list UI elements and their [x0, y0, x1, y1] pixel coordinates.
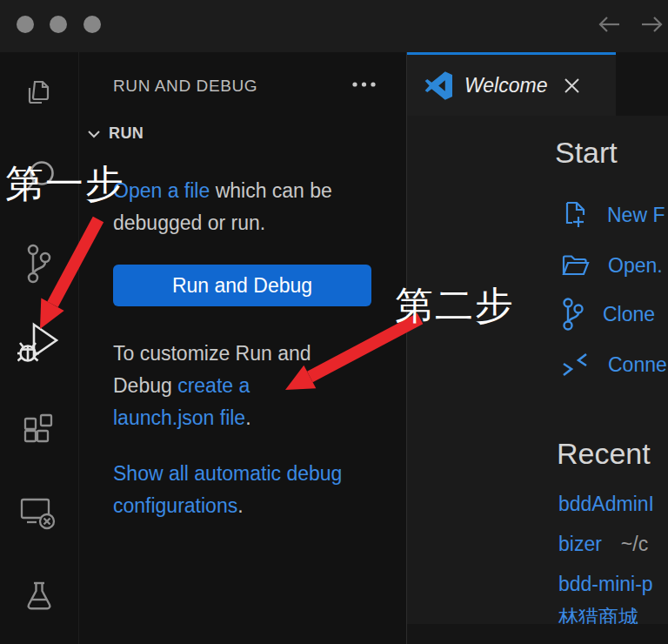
annotation-step1: 第一步: [5, 158, 125, 210]
recent-item[interactable]: bizer ~/c: [558, 533, 648, 556]
recent-item-name[interactable]: bddAdminI: [558, 493, 654, 516]
new-file-icon: [560, 200, 589, 230]
start-item-new-file[interactable]: New F: [560, 199, 665, 231]
run-and-debug-icon[interactable]: [17, 319, 61, 366]
start-item-open[interactable]: Open.: [560, 250, 663, 281]
recent-item-name[interactable]: bdd-mini-p: [558, 573, 653, 596]
start-item-connect[interactable]: Conne: [560, 349, 667, 380]
close-icon[interactable]: [563, 77, 581, 95]
editor-area: Welcome Start New F Open.: [406, 52, 668, 644]
tab-title: Welcome: [464, 74, 547, 97]
start-item-label: Conne: [608, 353, 667, 377]
title-bar: [0, 0, 668, 52]
activity-bar: [0, 52, 79, 644]
traffic-light-close[interactable]: [17, 16, 34, 33]
recent-item-name[interactable]: bizer: [558, 533, 602, 556]
forward-arrow-icon[interactable]: [638, 13, 665, 36]
tab-welcome[interactable]: Welcome: [407, 52, 616, 116]
recent-item[interactable]: bddAdminI: [558, 493, 668, 516]
testing-icon[interactable]: [23, 580, 56, 614]
source-control-icon[interactable]: [23, 242, 53, 285]
editor-bottom-strip: [407, 624, 668, 644]
remote-connect-icon: [560, 352, 590, 378]
open-a-file-link[interactable]: Open a file: [113, 179, 210, 202]
run-section-label: RUN: [109, 124, 144, 143]
start-heading: Start: [555, 136, 618, 170]
more-actions-icon[interactable]: [351, 80, 377, 89]
traffic-light-zoom[interactable]: [84, 16, 101, 33]
traffic-light-minimize[interactable]: [50, 16, 67, 33]
vscode-logo-icon: [424, 71, 453, 100]
remote-explorer-icon[interactable]: [20, 496, 57, 531]
start-item-label: Clone: [603, 303, 655, 326]
recent-item-path: ~/c: [621, 533, 648, 556]
show-configs-hint: Show all automatic debug configurations.: [113, 458, 350, 522]
panel-title: RUN AND DEBUG: [113, 77, 257, 96]
customize-hint: To customize Run and Debug create a laun…: [113, 338, 350, 434]
clone-repo-icon: [560, 297, 584, 332]
explorer-icon[interactable]: [22, 77, 55, 110]
run-and-debug-panel: RUN AND DEBUG RUN Open a file which can …: [79, 52, 406, 644]
show-configs-period: .: [237, 494, 243, 517]
open-file-hint: Open a file which can be debugged or run…: [113, 175, 350, 239]
start-item-label: New F: [607, 204, 665, 227]
open-folder-icon: [560, 252, 590, 279]
annotation-step2: 第二步: [395, 280, 515, 332]
start-item-label: Open.: [608, 254, 663, 278]
tab-bar: Welcome: [407, 52, 668, 116]
recent-item[interactable]: bdd-mini-p: [558, 573, 668, 596]
run-section-header[interactable]: RUN: [87, 124, 144, 143]
show-all-configs-link[interactable]: Show all automatic debug configurations: [113, 462, 342, 517]
customize-hint-period: .: [245, 406, 250, 429]
start-item-clone[interactable]: Clone: [560, 299, 655, 330]
chevron-down-icon: [87, 130, 101, 138]
recent-heading: Recent: [557, 437, 651, 471]
run-and-debug-button[interactable]: Run and Debug: [113, 265, 371, 306]
back-arrow-icon[interactable]: [597, 13, 623, 36]
extensions-icon[interactable]: [22, 413, 55, 446]
